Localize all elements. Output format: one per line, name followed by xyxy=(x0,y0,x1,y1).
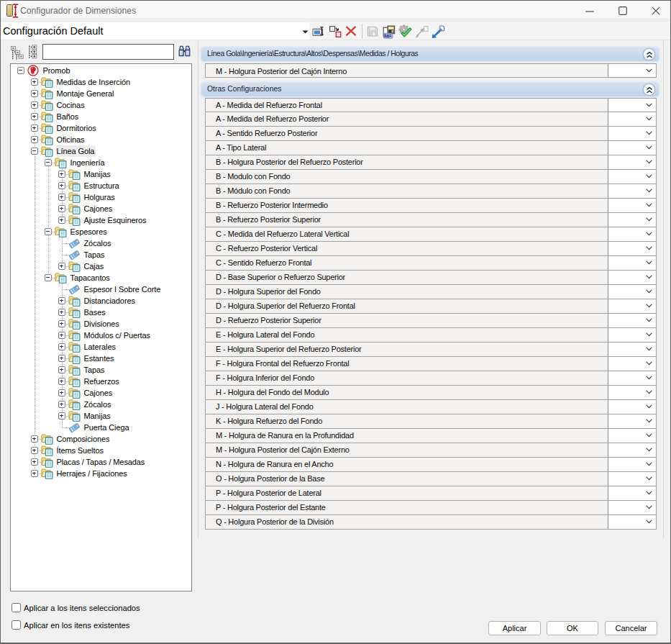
svg-text:ka=: ka= xyxy=(384,34,392,39)
